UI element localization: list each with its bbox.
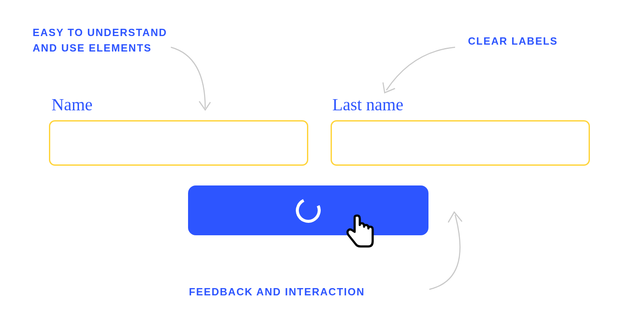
lastname-field-label: Last name <box>332 94 404 115</box>
lastname-input[interactable] <box>331 120 590 166</box>
loading-spinner-icon <box>292 194 324 226</box>
name-input[interactable] <box>49 120 308 166</box>
annotation-clear-labels: CLEAR LABELS <box>468 33 618 49</box>
annotation-easy-elements: EASY TO UNDERSTAND AND USE ELEMENTS <box>33 25 187 56</box>
arrow-feedback-to-button-icon <box>425 202 481 296</box>
annotation-feedback-interaction: FEEDBACK AND INTERACTION <box>189 284 425 300</box>
pointer-cursor-icon <box>344 213 376 249</box>
arrow-clear-to-label-icon <box>374 43 459 103</box>
name-field-label: Name <box>52 94 93 115</box>
submit-button[interactable] <box>188 185 428 235</box>
